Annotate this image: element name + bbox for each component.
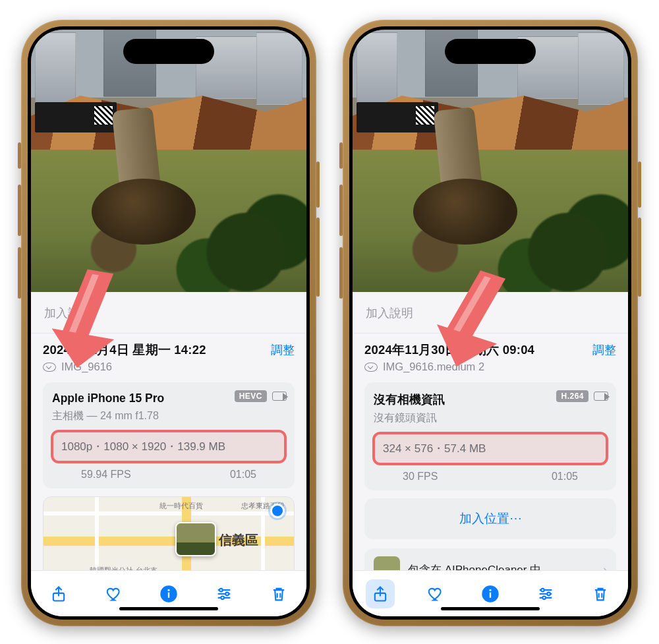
current-location-dot — [270, 504, 285, 518]
video-icon — [594, 392, 608, 401]
photo-preview[interactable] — [31, 30, 306, 292]
video-icon — [272, 392, 287, 401]
duration-label: 01:05 — [552, 471, 578, 483]
app-thumb — [374, 556, 400, 570]
svg-point-12 — [547, 592, 550, 595]
filename-label: IMG_9616.medium 2 — [383, 361, 484, 373]
contained-in-label: 包含在 AIPhoneCleaner 中 — [408, 562, 541, 571]
home-indicator[interactable] — [119, 607, 218, 610]
svg-point-13 — [542, 596, 546, 599]
fps-label: 59.94 FPS — [81, 469, 131, 481]
svg-rect-9 — [490, 592, 491, 597]
info-button[interactable] — [476, 579, 505, 608]
adjust-button[interactable]: 調整 — [592, 342, 616, 358]
caption-input[interactable]: 加入說明 — [366, 305, 615, 321]
home-indicator[interactable] — [441, 607, 540, 610]
favorite-button[interactable] — [99, 579, 128, 608]
info-panel: 加入說明 2024年11月4日 星期一 14:22 調整 IMG_9616 Ap… — [31, 292, 306, 570]
delete-button[interactable] — [264, 579, 293, 608]
share-button[interactable] — [366, 579, 395, 608]
caption-input[interactable]: 加入說明 — [44, 305, 293, 321]
filename-label: IMG_9616 — [61, 361, 112, 373]
svg-point-5 — [225, 592, 229, 595]
svg-point-6 — [221, 596, 224, 599]
dynamic-island — [445, 39, 536, 64]
info-panel: 加入說明 2024年11月30日 星期六 09:04 調整 IMG_9616.m… — [353, 292, 628, 570]
svg-point-11 — [541, 588, 544, 591]
contained-in-row[interactable]: 包含在 AIPhoneCleaner 中 › — [364, 548, 616, 570]
lens-info: 主相機 — 24 mm f1.78 — [52, 409, 285, 423]
camera-info-card: 沒有相機資訊 H.264 沒有鏡頭資訊 324 × 576・57.4 MB 30… — [364, 382, 616, 490]
camera-info-card: Apple iPhone 15 Pro HEVC 主相機 — 24 mm f1.… — [43, 382, 295, 488]
cloud-download-icon — [43, 363, 56, 372]
svg-point-3 — [167, 589, 169, 591]
photo-preview[interactable] — [353, 30, 628, 292]
capture-date: 2024年11月4日 星期一 14:22 — [43, 341, 206, 358]
favorite-button[interactable] — [420, 579, 449, 608]
svg-point-10 — [489, 589, 491, 591]
phone-left: 加入說明 2024年11月4日 星期一 14:22 調整 IMG_9616 Ap… — [21, 20, 316, 626]
district-label: 信義區 — [219, 531, 258, 549]
duration-label: 01:05 — [230, 469, 256, 481]
svg-point-4 — [219, 588, 223, 591]
fps-label: 30 FPS — [403, 471, 438, 483]
map-pin-thumb — [175, 522, 216, 556]
adjust-sliders-button[interactable] — [531, 579, 560, 608]
stats-highlight: 324 × 576・57.4 MB — [372, 432, 608, 465]
add-location-button[interactable]: 加入位置⋯ — [364, 498, 616, 539]
dynamic-island — [123, 39, 214, 64]
chevron-right-icon: › — [603, 563, 607, 571]
delete-button[interactable] — [586, 579, 615, 608]
map-poi: 韓國觀光公社-台北支 — [90, 566, 158, 570]
stats-highlight: 1080p・1080 × 1920・139.9 MB — [51, 430, 287, 463]
share-button[interactable] — [44, 579, 73, 608]
adjust-button[interactable]: 調整 — [271, 342, 295, 358]
adjust-sliders-button[interactable] — [210, 579, 239, 608]
codec-badge: H.264 — [556, 390, 588, 402]
capture-date: 2024年11月30日 星期六 09:04 — [364, 341, 534, 358]
map-poi: 統一時代百貨 — [159, 501, 203, 511]
phone-right: 加入說明 2024年11月30日 星期六 09:04 調整 IMG_9616.m… — [343, 20, 638, 626]
svg-rect-2 — [168, 592, 169, 597]
codec-badge: HEVC — [235, 390, 267, 402]
cloud-download-icon — [364, 363, 378, 372]
location-map[interactable]: 統一時代百貨 韓國觀光公社-台北支 忠孝東路五段 信義區 — [43, 496, 295, 570]
info-button[interactable] — [154, 579, 183, 608]
lens-info: 沒有鏡頭資訊 — [374, 411, 607, 425]
